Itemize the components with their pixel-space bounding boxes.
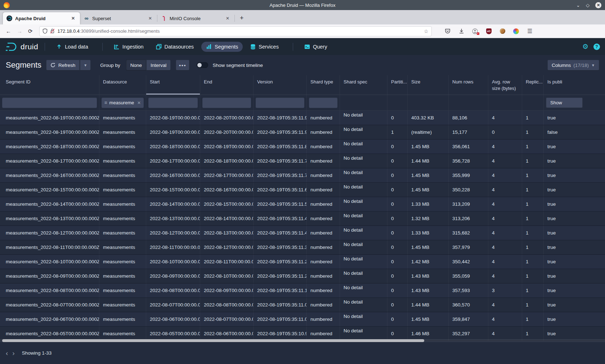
browser-tab-superset[interactable]: ∞Superset✕ (80, 12, 157, 24)
url-text[interactable]: 172.18.0.4:30899/unified-console.html#se… (58, 28, 424, 34)
bookmark-star-icon[interactable]: ☆ (424, 28, 429, 34)
table-row[interactable]: measurements_2022-08-15T00:00:00.000Z...… (0, 183, 605, 197)
table-row[interactable]: measurements_2022-08-17T00:00:00.000Z...… (0, 154, 605, 168)
next-page-button[interactable]: › (10, 348, 17, 358)
table-row[interactable]: measurements_2022-08-06T00:00:00.000Z...… (0, 312, 605, 327)
column-header-datasource[interactable]: Datasource (99, 75, 146, 95)
filter-cell: =measureme✕ (99, 95, 146, 110)
cookie-icon[interactable] (499, 28, 506, 34)
column-header-shard-type[interactable]: Shard type (307, 75, 340, 95)
filter-cell (387, 95, 408, 110)
show-filter-button[interactable]: Show (546, 97, 583, 108)
back-icon[interactable]: ← (6, 28, 11, 34)
cell-shard-spec: No detail (340, 283, 387, 297)
druid-favicon-icon (6, 15, 12, 21)
druid-logo-icon (5, 42, 18, 51)
horizontal-scrollbar-thumb[interactable] (2, 339, 424, 342)
remove-filter-icon[interactable]: ✕ (137, 100, 141, 105)
column-header-size[interactable]: Size (408, 75, 449, 95)
table-row[interactable]: measurements_2022-08-13T00:00:00.000Z...… (0, 211, 605, 226)
nav-item-services[interactable]: Services (246, 42, 283, 52)
horizontal-scrollbar-track[interactable] (0, 339, 605, 342)
tab-close-icon[interactable]: ✕ (70, 15, 76, 22)
table-row[interactable]: measurements_2022-08-07T00:00:00.000Z...… (0, 298, 605, 312)
download-icon[interactable] (458, 28, 465, 34)
table-row[interactable]: measurements_2022-08-18T00:00:00.000Z...… (0, 140, 605, 154)
columns-button[interactable]: Columns (17/18) ▼ (547, 60, 599, 70)
tab-close-icon[interactable]: ✕ (224, 15, 231, 22)
browser-tab-apache-druid[interactable]: Apache Druid✕ (3, 12, 80, 24)
datasource-filter-input[interactable]: =measureme✕ (102, 97, 144, 108)
pocket-icon[interactable] (445, 28, 451, 34)
cell-partiti-: 0 (387, 240, 408, 254)
cell-avg-row-size-bytes-: 4 (488, 255, 522, 269)
previous-page-button[interactable]: ‹ (4, 348, 10, 358)
table-row[interactable]: measurements_2022-08-16T00:00:00.000Z...… (0, 168, 605, 183)
cell-partiti-: 0 (387, 140, 408, 154)
column-header-segment-id[interactable]: Segment ID (0, 75, 99, 95)
filter-input[interactable] (256, 97, 304, 108)
reload-icon[interactable]: ⟳ (28, 28, 33, 35)
settings-gear-icon[interactable]: ⚙ (582, 42, 588, 51)
filter-input[interactable] (309, 97, 337, 108)
column-header-start[interactable]: Start (146, 75, 200, 95)
table-row[interactable]: measurements_2022-08-12T00:00:00.000Z...… (0, 226, 605, 240)
nav-item-datasources[interactable]: Datasources (151, 42, 198, 52)
segments-view-header: Segments Refresh ▼ Group by None Interva… (0, 55, 605, 75)
column-header-partiti-[interactable]: Partiti... (387, 75, 408, 95)
table-row[interactable]: measurements_2022-08-05T00:00:00.000Z...… (0, 327, 605, 341)
nav-item-query[interactable]: Query (300, 42, 332, 52)
ublock-shield-icon[interactable]: uO (486, 28, 492, 34)
refresh-dropdown-button[interactable]: ▼ (80, 60, 91, 70)
filter-input[interactable] (202, 97, 251, 108)
color-asterisk-icon[interactable] (513, 28, 519, 34)
cell-avg-row-size-bytes-: 4 (488, 226, 522, 240)
druid-brand-label: druid (21, 42, 38, 51)
window-titlebar: Apache Druid — Mozilla Firefox ⌄ ◇ ✕ (0, 0, 605, 10)
column-header-num-rows[interactable]: Num rows (449, 75, 488, 95)
window-maximize-icon[interactable]: ◇ (586, 3, 590, 8)
browser-tab-minio-console[interactable]: MinIO Console✕ (157, 12, 234, 24)
table-row[interactable]: measurements_2022-08-14T00:00:00.000Z...… (0, 197, 605, 211)
refresh-button-label: Refresh (58, 63, 75, 68)
column-header-is-publi[interactable]: Is publi (544, 75, 605, 95)
more-options-button[interactable]: ••• (176, 60, 189, 70)
druid-brand[interactable]: druid (5, 42, 38, 51)
nav-item-load-data[interactable]: Load data (51, 42, 93, 52)
cell-datasource: measurements (99, 240, 146, 254)
tracking-shield-icon[interactable] (42, 28, 48, 34)
cell-shard-type: numbered (307, 269, 340, 283)
help-icon[interactable]: ? (593, 44, 600, 50)
table-row[interactable]: measurements_2022-08-11T00:00:00.000Z...… (0, 240, 605, 255)
column-header-replic-[interactable]: Replic... (522, 75, 544, 95)
window-close-icon[interactable]: ✕ (595, 2, 601, 8)
forward-icon[interactable]: → (17, 28, 22, 34)
layers-icon (156, 44, 162, 50)
table-row[interactable]: measurements_2022-08-08T00:00:00.000Z...… (0, 283, 605, 298)
table-row[interactable]: measurements_2022-08-19T00:00:00.000Z...… (0, 125, 605, 140)
refresh-button[interactable]: Refresh (46, 60, 80, 70)
group-by-interval-button[interactable]: Interval (146, 60, 171, 70)
column-header-end[interactable]: End (200, 75, 254, 95)
column-header-version[interactable]: Version (254, 75, 307, 95)
table-row[interactable]: measurements_2022-08-19T00:00:00.000Z...… (0, 111, 605, 125)
column-header-avg-row-size-bytes-[interactable]: Avg. row size (bytes) (488, 75, 522, 95)
url-bar[interactable]: 172.18.0.4:30899/unified-console.html#se… (39, 26, 432, 36)
tab-close-icon[interactable]: ✕ (147, 15, 153, 22)
filter-input[interactable] (2, 97, 97, 108)
filter-input[interactable] (148, 97, 198, 108)
new-tab-button[interactable]: + (240, 14, 244, 22)
group-by-none-button[interactable]: None (126, 60, 146, 70)
column-header-shard-spec[interactable]: Shard spec (340, 75, 387, 95)
insecure-lock-icon[interactable] (50, 28, 55, 34)
segment-timeline-toggle[interactable] (197, 62, 208, 68)
table-row[interactable]: measurements_2022-08-09T00:00:00.000Z...… (0, 269, 605, 283)
nav-item-segments[interactable]: Segments (201, 42, 243, 52)
menu-icon[interactable]: ☰ (527, 28, 533, 34)
window-minimize-icon[interactable]: ⌄ (576, 3, 580, 8)
cell-is-publi: true (544, 154, 605, 168)
profile-badge-icon[interactable]: ✕ (472, 28, 478, 34)
cell-replic-: 1 (522, 226, 544, 240)
table-row[interactable]: measurements_2022-08-10T00:00:00.000Z...… (0, 255, 605, 269)
nav-item-ingestion[interactable]: Ingestion (109, 42, 148, 52)
